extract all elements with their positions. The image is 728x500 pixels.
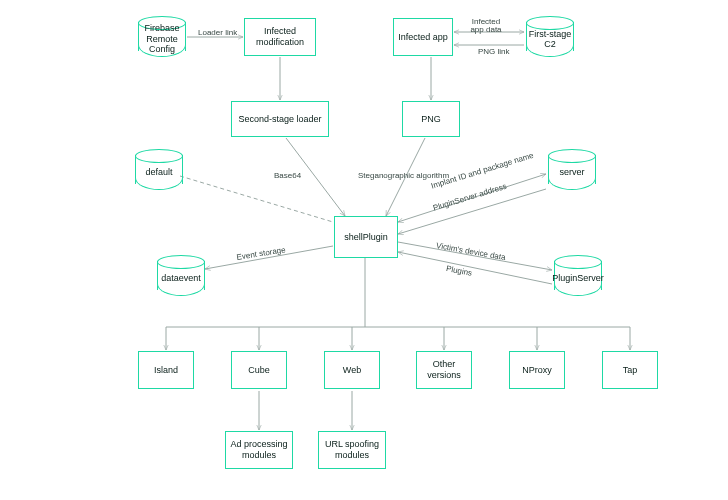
node-url-spoofing: URL spoofingmodules xyxy=(318,431,386,469)
node-shellplugin: shellPlugin xyxy=(334,216,398,258)
node-ad-processing: Ad processingmodules xyxy=(225,431,293,469)
edge-event-storage: Event storage xyxy=(236,245,286,262)
edge-loader-link: Loader link xyxy=(198,28,237,37)
node-web: Web xyxy=(324,351,380,389)
db-dataevent-label: dataevent xyxy=(157,261,205,295)
edge-plugins: Plugins xyxy=(445,264,472,278)
node-other-versions: Otherversions xyxy=(416,351,472,389)
svg-line-7 xyxy=(180,176,333,222)
node-nproxy: NProxy xyxy=(509,351,565,389)
db-firebase-label: FirebaseRemoteConfig xyxy=(138,22,186,56)
node-tap: Tap xyxy=(602,351,658,389)
edge-victim-data: Victim's device data xyxy=(435,241,506,262)
node-island: Island xyxy=(138,351,194,389)
db-default: default xyxy=(135,155,183,189)
db-first-stage-c2: First-stageC2 xyxy=(526,22,574,56)
node-infected-modification: Infectedmodification xyxy=(244,18,316,56)
edge-infected-app-data: Infectedapp data xyxy=(461,18,511,34)
db-server: server xyxy=(548,155,596,189)
db-default-label: default xyxy=(135,155,183,189)
node-cube: Cube xyxy=(231,351,287,389)
db-firebase: FirebaseRemoteConfig xyxy=(138,22,186,56)
db-first-stage-c2-label: First-stageC2 xyxy=(526,22,574,56)
edge-png-link: PNG link xyxy=(478,47,510,56)
db-pluginserver: PluginServer xyxy=(554,261,602,295)
db-dataevent: dataevent xyxy=(157,261,205,295)
db-server-label: server xyxy=(548,155,596,189)
node-png: PNG xyxy=(402,101,460,137)
edge-stego: Steganographic algorithm xyxy=(358,171,449,180)
edge-base64: Base64 xyxy=(274,171,301,180)
db-pluginserver-label: PluginServer xyxy=(554,261,602,295)
node-infected-app: Infected app xyxy=(393,18,453,56)
node-second-stage-loader: Second-stage loader xyxy=(231,101,329,137)
diagram-canvas: FirebaseRemoteConfig First-stageC2 defau… xyxy=(0,0,728,500)
